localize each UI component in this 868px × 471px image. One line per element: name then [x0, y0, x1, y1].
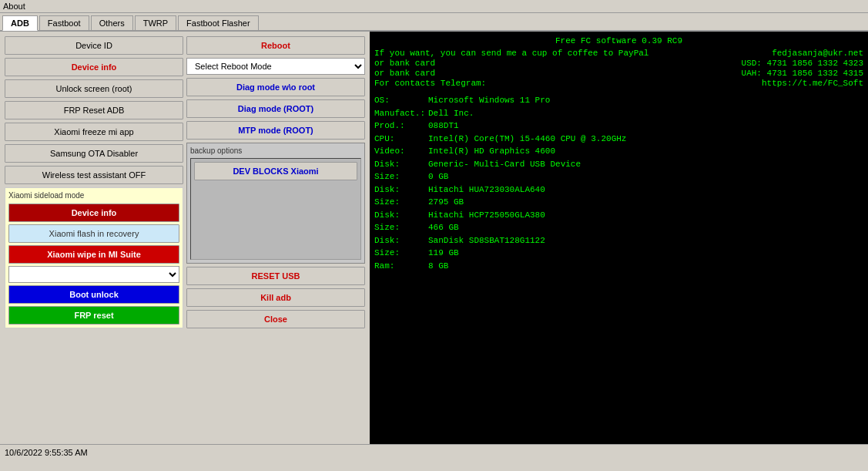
backup-inner: DEV BLOCKS Xiaomi: [190, 158, 361, 260]
tab-others[interactable]: Others: [91, 15, 133, 30]
device-info-button[interactable]: Device info: [5, 58, 183, 76]
terminal-header: Free FC software 0.39 RC9: [374, 36, 863, 45]
terminal-line1: If you want, you can send me a cup of co…: [374, 49, 863, 58]
sideload-flash-button[interactable]: Xiaomi flash in recovery: [8, 224, 179, 243]
main-content: Device ID Device info Unlock screen (roo…: [0, 32, 868, 444]
xiaomi-freeze-button[interactable]: Xiaomi freeze mi app: [5, 123, 183, 141]
reset-usb-button[interactable]: RESET USB: [186, 267, 365, 285]
dev-blocks-button[interactable]: DEV BLOCKS Xiaomi: [194, 162, 357, 180]
sideload-label: Xiaomi sideload mode: [8, 191, 179, 200]
wireless-test-button[interactable]: Wireless test assistant OFF: [5, 166, 183, 184]
tab-twrp[interactable]: TWRP: [135, 15, 176, 30]
left-panel: Device ID Device info Unlock screen (roo…: [0, 32, 370, 444]
app-title: About: [3, 2, 25, 11]
sideload-wipe-button[interactable]: Xiaomi wipe in MI Suite: [8, 245, 179, 264]
reboot-button[interactable]: Reboot: [186, 36, 365, 55]
terminal-line2: or bank card USD: 4731 1856 1332 4323: [374, 59, 863, 68]
kill-adb-button[interactable]: Kill adb: [186, 288, 365, 307]
terminal-disk2: Disk: Hitachi HUA723030ALA640: [374, 183, 863, 197]
terminal-disk4: Disk: SanDisk SD8SBAT128G1122: [374, 234, 863, 247]
terminal-os: OS: Microsoft Windows 11 Pro: [374, 94, 863, 107]
terminal-size4: Size: 119 GB: [374, 247, 863, 260]
terminal-disk3: Disk: Hitachi HCP725050GLA380: [374, 209, 863, 222]
frp-reset2-button[interactable]: FRP reset: [8, 306, 179, 325]
sideload-dropdown[interactable]: [8, 266, 179, 283]
status-bar: 10/6/2022 9:55:35 AM: [0, 444, 868, 459]
terminal-line3: or bank card UAH: 4731 1856 1332 4315: [374, 69, 863, 78]
tab-adb[interactable]: ADB: [2, 15, 38, 31]
right-col: Reboot Select Reboot Mode Diag mode w\o …: [186, 36, 365, 328]
terminal-size1: Size: 0 GB: [374, 170, 863, 183]
terminal-size3: Size: 466 GB: [374, 221, 863, 234]
sideload-device-info-button[interactable]: Device info: [8, 204, 179, 222]
left-col: Device ID Device info Unlock screen (roo…: [5, 36, 183, 328]
boot-unlock-button[interactable]: Boot unlock: [8, 285, 179, 304]
terminal-ram: Ram: 8 GB: [374, 260, 863, 273]
samsung-ota-button[interactable]: Samsung OTA Disabler: [5, 144, 183, 163]
close-button[interactable]: Close: [186, 310, 365, 328]
terminal-prod: Prod.: 088DT1: [374, 119, 863, 133]
frp-reset-button[interactable]: FRP Reset ADB: [5, 101, 183, 119]
tab-fastboot-flasher[interactable]: Fastboot Flasher: [178, 15, 259, 30]
terminal-size2: Size: 2795 GB: [374, 196, 863, 209]
device-id-button[interactable]: Device ID: [5, 36, 183, 55]
tab-fastboot[interactable]: Fastboot: [39, 15, 89, 30]
terminal-disk1: Disk: Generic- Multi-Card USB Device: [374, 158, 863, 171]
terminal-cpu: CPU: Intel(R) Core(TM) i5-4460 CPU @ 3.2…: [374, 133, 863, 146]
status-timestamp: 10/6/2022 9:55:35 AM: [5, 448, 88, 457]
title-bar: About: [0, 0, 868, 13]
reboot-mode-select[interactable]: Select Reboot Mode: [186, 58, 365, 75]
tabs-bar: ADB Fastboot Others TWRP Fastboot Flashe…: [0, 13, 868, 32]
diag-root-button[interactable]: Diag mode (ROOT): [186, 99, 365, 118]
unlock-screen-button[interactable]: Unlock screen (root): [5, 79, 183, 98]
sideload-box: Xiaomi sideload mode Device info Xiaomi …: [5, 187, 183, 328]
mtp-root-button[interactable]: MTP mode (ROOT): [186, 121, 365, 140]
right-panel: Free FC software 0.39 RC9 If you want, y…: [370, 32, 868, 444]
terminal-manufact: Manufact.: Dell Inc.: [374, 107, 863, 120]
backup-label: backup options: [190, 146, 361, 155]
terminal-video: Video: Intel(R) HD Graphics 4600: [374, 145, 863, 158]
backup-box: backup options DEV BLOCKS Xiaomi: [186, 143, 365, 264]
diag-wo-root-button[interactable]: Diag mode w\o root: [186, 78, 365, 96]
bottom-buttons: RESET USB Kill adb Close: [186, 267, 365, 328]
terminal-line4: For contacts Telegram: https://t.me/FC_S…: [374, 79, 863, 88]
dropdown-row: [8, 266, 179, 283]
